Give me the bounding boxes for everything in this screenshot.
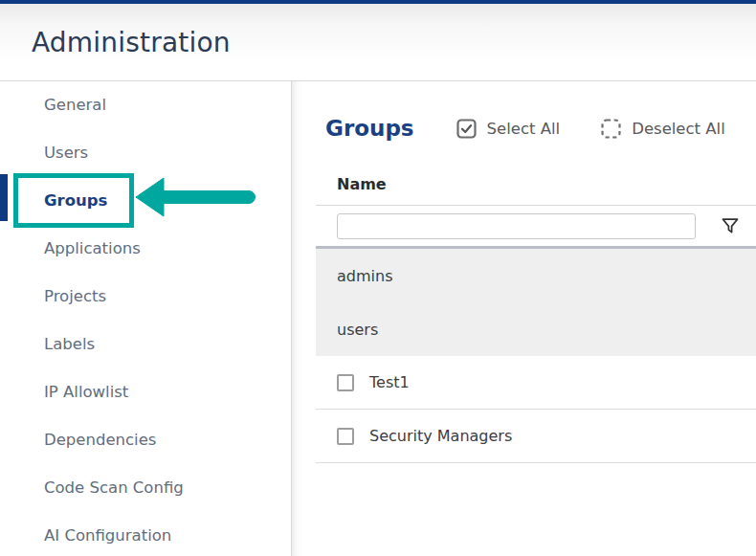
- sidebar-item-applications[interactable]: Applications: [0, 225, 291, 273]
- active-nav-indicator: [0, 174, 8, 221]
- admin-sidebar-nav: GeneralUsersGroupsApplicationsProjectsLa…: [0, 81, 292, 556]
- sidebar-item-general[interactable]: General: [0, 81, 291, 129]
- page-title: Administration: [32, 27, 231, 58]
- select-all-label: Select All: [487, 120, 561, 138]
- content-header: Groups Select All Deselect All: [325, 111, 756, 145]
- sidebar-item-users[interactable]: Users: [0, 129, 291, 177]
- dashed-square-icon: [601, 119, 621, 139]
- app-header: Administration: [0, 4, 756, 80]
- table-row[interactable]: Test1: [316, 356, 756, 410]
- row-checkbox[interactable]: [337, 428, 354, 445]
- row-checkbox[interactable]: [337, 374, 354, 391]
- select-all-button[interactable]: Select All: [456, 119, 561, 139]
- deselect-all-button[interactable]: Deselect All: [601, 119, 725, 139]
- group-name-label: Test1: [369, 373, 410, 391]
- groups-table: Name adminsusersTest1Security Managers: [316, 163, 756, 463]
- table-header-row: Name: [316, 163, 756, 206]
- sidebar-item-code-scan-config[interactable]: Code Scan Config: [0, 464, 291, 512]
- sidebar-item-ai-configuration[interactable]: AI Configuration: [0, 512, 291, 556]
- group-name-label: Security Managers: [369, 427, 512, 445]
- table-filter-row: [316, 206, 756, 249]
- main-layout: GeneralUsersGroupsApplicationsProjectsLa…: [0, 81, 756, 556]
- sidebar-nav-list: GeneralUsersGroupsApplicationsProjectsLa…: [0, 81, 291, 556]
- name-filter-input[interactable]: [337, 213, 696, 239]
- groups-section-title: Groups: [325, 116, 414, 141]
- group-name-label: users: [337, 321, 378, 339]
- name-column-header: Name: [316, 175, 387, 193]
- table-row[interactable]: Security Managers: [316, 410, 756, 463]
- content-panel: Groups Select All Deselect All: [292, 81, 756, 556]
- table-row: admins: [316, 249, 756, 302]
- funnel-filter-icon[interactable]: [721, 216, 740, 235]
- checked-square-icon: [456, 119, 477, 139]
- group-name-label: admins: [337, 267, 392, 285]
- sidebar-item-dependencies[interactable]: Dependencies: [0, 416, 291, 464]
- group-rows-container: adminsusersTest1Security Managers: [316, 249, 756, 463]
- sidebar-item-projects[interactable]: Projects: [0, 273, 291, 321]
- sidebar-item-labels[interactable]: Labels: [0, 321, 291, 368]
- sidebar-item-ip-allowlist[interactable]: IP Allowlist: [0, 368, 291, 416]
- table-row: users: [316, 302, 756, 356]
- deselect-all-label: Deselect All: [632, 120, 725, 138]
- sidebar-item-groups[interactable]: Groups: [0, 177, 291, 225]
